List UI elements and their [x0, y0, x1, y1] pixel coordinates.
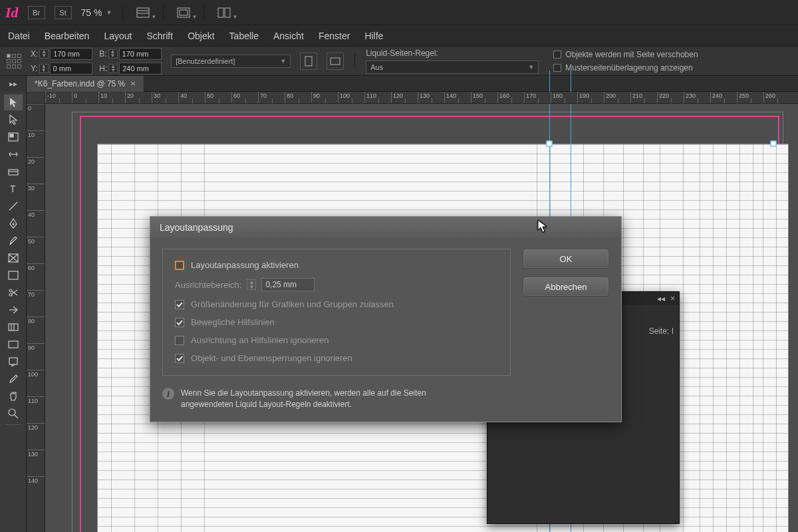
- svg-rect-8: [331, 58, 340, 65]
- svg-rect-14: [9, 170, 18, 175]
- arrange-documents-icon[interactable]: ▼: [215, 5, 233, 20]
- ignore-guides-label: Ausrichtung an Hilfslinien ignorieren: [191, 335, 329, 345]
- separator: [163, 5, 164, 20]
- chevron-down-icon: ▼: [232, 14, 237, 20]
- close-tab-icon[interactable]: ×: [130, 78, 136, 88]
- b-field[interactable]: [119, 48, 162, 60]
- movable-guides-checkbox[interactable]: Bewegliche Hilfslinien: [175, 317, 498, 327]
- rectangle-frame-tool-icon[interactable]: [4, 250, 23, 266]
- svg-rect-5: [218, 8, 223, 17]
- eyedropper-tool-icon[interactable]: [4, 371, 23, 387]
- master-overlay-label: Musterseitenüberlagerung anzeigen: [565, 63, 692, 72]
- note-tool-icon[interactable]: [4, 354, 23, 370]
- orientation-portrait-button[interactable]: [300, 53, 317, 70]
- chevron-down-icon: ▼: [528, 64, 534, 70]
- direct-selection-tool-icon[interactable]: [4, 112, 23, 128]
- liquid-rule-value: Aus: [370, 63, 383, 71]
- menu-layout[interactable]: Layout: [104, 31, 132, 41]
- stepper-icon[interactable]: ▲▼: [108, 49, 118, 59]
- h-field[interactable]: [119, 63, 162, 74]
- close-panel-icon[interactable]: ×: [670, 294, 675, 303]
- type-tool-icon[interactable]: T: [4, 181, 23, 197]
- menu-schrift[interactable]: Schrift: [146, 31, 173, 41]
- stepper-icon[interactable]: ▲▼: [247, 279, 256, 290]
- zoom-tool-icon[interactable]: [4, 406, 23, 422]
- activate-layout-adjustment-checkbox[interactable]: Layoutanpassung aktivieren: [175, 260, 498, 270]
- page-preset-dropdown[interactable]: [Benutzerdefiniert] ▼: [171, 55, 291, 68]
- separator: [122, 5, 123, 20]
- dialog-info-text: Wenn Sie die Layoutanpassung aktivieren,…: [181, 388, 467, 411]
- separator: [203, 5, 204, 20]
- tool-column: T: [0, 92, 27, 532]
- line-tool-icon[interactable]: [4, 198, 23, 214]
- app-logo: Id: [5, 4, 19, 21]
- allow-resize-label: Größenänderung für Grafiken und Gruppen …: [191, 299, 394, 309]
- master-overlay-checkbox[interactable]: Musterseitenüberlagerung anzeigen: [553, 63, 698, 72]
- x-field[interactable]: [50, 48, 92, 60]
- document-tab[interactable]: *K6_Farben.indd @ 75 % ×: [27, 76, 144, 92]
- menu-hilfe[interactable]: Hilfe: [364, 31, 383, 41]
- collapse-panel-icon[interactable]: ◂◂: [657, 294, 665, 303]
- menu-datei[interactable]: Datei: [8, 31, 30, 41]
- orientation-landscape-button[interactable]: [327, 53, 344, 70]
- pen-tool-icon[interactable]: [4, 215, 23, 231]
- snap-zone-label: Ausrichtebereich:: [175, 280, 241, 290]
- selection-tool-icon[interactable]: [4, 94, 23, 110]
- menu-ansicht[interactable]: Ansicht: [273, 31, 304, 41]
- panel-toggle-icon[interactable]: ▸▸: [0, 76, 27, 92]
- scissors-tool-icon[interactable]: [4, 285, 23, 301]
- zoom-level-dropdown[interactable]: 75 % ▼: [81, 7, 112, 18]
- menu-fenster[interactable]: Fenster: [319, 31, 350, 41]
- menu-objekt[interactable]: Objekt: [188, 31, 214, 41]
- gradient-swatch-tool-icon[interactable]: [4, 319, 23, 335]
- menu-tabelle[interactable]: Tabelle: [229, 31, 259, 41]
- menu-bearbeiten[interactable]: Bearbeiten: [45, 31, 90, 41]
- svg-marker-10: [10, 115, 17, 124]
- stepper-icon[interactable]: ▲▼: [39, 49, 49, 59]
- hand-tool-icon[interactable]: [4, 388, 23, 404]
- svg-marker-9: [10, 98, 17, 107]
- svg-rect-0: [137, 8, 149, 17]
- document-tab-strip: ▸▸ *K6_Farben.indd @ 75 % ×: [0, 76, 798, 92]
- ruler-horizontal[interactable]: -100102030405060708090100110120130140150…: [45, 92, 798, 104]
- title-bar: Id Br St 75 % ▼ ▼ ▼ ▼: [0, 0, 798, 25]
- move-objects-checkbox[interactable]: Objekte werden mit Seite verschoben: [553, 50, 698, 59]
- svg-rect-31: [9, 341, 18, 348]
- cancel-button[interactable]: Abbrechen: [523, 277, 609, 297]
- selection-handle[interactable]: [771, 141, 777, 147]
- stepper-icon[interactable]: ▲▼: [39, 64, 49, 73]
- view-options-icon[interactable]: ▼: [134, 5, 152, 20]
- gap-tool-icon[interactable]: [4, 146, 23, 162]
- content-collector-tool-icon[interactable]: [4, 164, 23, 180]
- selection-handle[interactable]: [547, 141, 553, 147]
- stepper-icon[interactable]: ▲▼: [108, 64, 118, 73]
- chevron-down-icon: ▼: [280, 58, 286, 65]
- ruler-origin[interactable]: [27, 92, 45, 104]
- ignore-guides-checkbox[interactable]: Ausrichtung an Hilfslinien ignorieren: [175, 335, 498, 345]
- page-preset-value: [Benutzerdefiniert]: [176, 57, 235, 65]
- pencil-tool-icon[interactable]: [4, 233, 23, 249]
- svg-rect-12: [10, 134, 13, 137]
- liquid-rule-dropdown[interactable]: Aus ▼: [366, 61, 539, 74]
- ignore-locks-checkbox[interactable]: Objekt- und Ebenensperrungen ignorieren: [175, 353, 498, 363]
- y-field[interactable]: [50, 63, 92, 74]
- svg-line-34: [15, 415, 18, 418]
- page-tool-icon[interactable]: [4, 129, 23, 145]
- reference-point-selector[interactable]: [7, 54, 21, 68]
- ruler-vertical[interactable]: 0102030405060708090100110120130140: [27, 104, 45, 532]
- svg-rect-4: [180, 10, 188, 15]
- move-objects-label: Objekte werden mit Seite verschoben: [565, 50, 698, 59]
- zoom-level-value: 75 %: [81, 7, 102, 18]
- allow-resize-checkbox[interactable]: Größenänderung für Grafiken und Gruppen …: [175, 299, 498, 309]
- movable-guides-label: Bewegliche Hilfslinien: [191, 317, 275, 327]
- ok-button[interactable]: OK: [523, 249, 609, 269]
- screen-mode-icon[interactable]: ▼: [174, 5, 193, 20]
- transform-tool-icon[interactable]: [4, 302, 23, 318]
- bridge-badge[interactable]: Br: [28, 6, 45, 19]
- stock-badge[interactable]: St: [55, 6, 72, 19]
- chevron-down-icon: ▼: [106, 9, 112, 16]
- gradient-feather-tool-icon[interactable]: [4, 336, 23, 352]
- rectangle-tool-icon[interactable]: [4, 267, 23, 283]
- snap-zone-field[interactable]: [261, 278, 315, 291]
- dialog-options-group: Layoutanpassung aktivieren Ausrichtebere…: [162, 249, 511, 376]
